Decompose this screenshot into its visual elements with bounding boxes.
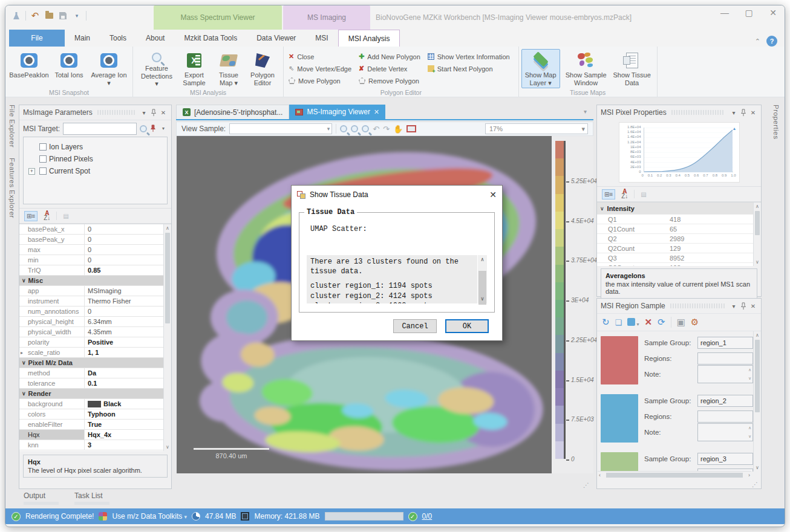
sample-group-input[interactable]: [697, 337, 753, 349]
property-value[interactable]: 0: [85, 246, 171, 253]
show-map-layer-button[interactable]: Show Map Layer ▾: [521, 49, 560, 88]
property-row[interactable]: polarityPositive: [19, 337, 171, 348]
sample-group-input[interactable]: [697, 453, 753, 465]
cancel-button[interactable]: Cancel: [393, 319, 437, 333]
property-row[interactable]: scale_ratio▸1, 1: [19, 348, 171, 358]
toolkits-dropdown[interactable]: Use m/z Data Toolkits ▾: [112, 512, 187, 521]
show-tissue-data-button[interactable]: Show Tissue Data: [612, 49, 652, 88]
average-ion-button[interactable]: Average Ion ▾: [90, 49, 128, 88]
close-icon[interactable]: ✕: [159, 109, 168, 116]
task-list-tab[interactable]: Task List: [74, 491, 109, 507]
remove-polygon-button[interactable]: Remove Polygon: [359, 76, 420, 86]
expand-icon[interactable]: ▸: [21, 350, 23, 355]
property-value[interactable]: 1, 1: [85, 349, 171, 356]
property-value[interactable]: 0.85: [85, 267, 171, 274]
region-color-swatch[interactable]: [601, 452, 638, 472]
pin-icon[interactable]: [740, 109, 746, 117]
property-row[interactable]: methodDa: [19, 368, 171, 378]
total-ions-button[interactable]: Total Ions: [50, 49, 88, 88]
collapse-icon[interactable]: ∨: [22, 277, 26, 284]
tab-tools[interactable]: Tools: [100, 30, 136, 47]
maximize-button[interactable]: ▢: [741, 8, 757, 18]
property-row[interactable]: backgroundBlack: [19, 399, 171, 409]
property-value[interactable]: Thermo Fisher: [85, 297, 171, 305]
output-tab[interactable]: Output: [24, 491, 59, 507]
polygon-editor-button[interactable]: Polygon Editor: [247, 49, 278, 88]
property-value[interactable]: Da: [85, 369, 171, 377]
rotate-right-icon[interactable]: ↷: [383, 125, 390, 134]
sort-az-icon[interactable]: AZ↓: [41, 209, 53, 222]
move-polygon-button[interactable]: Move Polygon: [289, 76, 351, 86]
checkbox[interactable]: [39, 155, 47, 163]
property-value[interactable]: 3: [85, 441, 171, 449]
minimize-button[interactable]: —: [717, 8, 733, 18]
delete-region-icon[interactable]: ✕: [644, 317, 652, 328]
tree-item-pinned-pixels[interactable]: Pinned Pixels: [26, 153, 165, 165]
property-value[interactable]: 6.34mm: [85, 318, 171, 325]
property-category-row[interactable]: ∨Pixel M/z Data: [19, 358, 171, 368]
note-textarea[interactable]: ∧∨: [697, 365, 753, 383]
settings-gear-icon[interactable]: ⚙: [691, 317, 699, 328]
pin-icon[interactable]: [151, 109, 157, 117]
close-button[interactable]: ✕: [765, 8, 781, 18]
tab-msi-analysis[interactable]: MSI Analysis: [338, 30, 400, 47]
scrollbar-horizontal[interactable]: ‹›: [598, 471, 751, 479]
property-category-row[interactable]: ∨Render: [19, 389, 171, 399]
collapse-icon[interactable]: ∨: [600, 206, 604, 212]
open-folder-icon[interactable]: [44, 11, 54, 21]
regions-input[interactable]: [697, 352, 753, 365]
property-row[interactable]: TrIQ0.85: [19, 265, 171, 276]
region-color-swatch[interactable]: [601, 394, 638, 443]
document-tab-ms-imaging-viewer[interactable]: MS-Imaging Viewer ✕: [289, 105, 385, 119]
refresh-icon[interactable]: ↻: [602, 317, 610, 328]
tab-mzkit-data-tools[interactable]: Mzkit Data Tools: [174, 30, 247, 47]
ok-button[interactable]: OK: [445, 319, 489, 333]
property-value[interactable]: 0: [85, 308, 171, 315]
sync-icon[interactable]: ⟳: [658, 317, 665, 328]
intensity-row[interactable]: Q3Count193: [597, 263, 761, 266]
scrollbar-vertical[interactable]: ∧ ∨: [163, 224, 171, 451]
regions-input[interactable]: [697, 410, 753, 423]
property-row[interactable]: knn3: [19, 440, 171, 450]
pin-red-icon[interactable]: [150, 125, 156, 132]
intensity-row[interactable]: Q1Count65: [597, 224, 761, 234]
basepeakion-button[interactable]: BasePeakIon: [10, 49, 48, 88]
zoom-reset-icon[interactable]: [362, 125, 369, 132]
chevron-down-icon[interactable]: ▾: [730, 109, 738, 116]
spin-up-icon[interactable]: ∧: [748, 368, 751, 372]
property-value[interactable]: MSImaging: [85, 287, 171, 294]
property-value[interactable]: 0.1: [85, 380, 171, 387]
overflow-icon[interactable]: ▾: [159, 126, 168, 131]
property-value[interactable]: 4.35mm: [85, 328, 171, 336]
property-row[interactable]: basePeak_y0: [19, 235, 171, 245]
zoom-out-icon[interactable]: [351, 125, 358, 132]
rotate-left-icon[interactable]: ↶: [373, 125, 379, 134]
intensity-category-row[interactable]: ∨Intensity: [597, 203, 761, 215]
sidebar-tab-file-explorer[interactable]: File Explorer: [8, 105, 16, 148]
collapse-icon[interactable]: ∨: [22, 360, 26, 366]
property-row[interactable]: colorsTyphoon: [19, 409, 171, 420]
tab-file[interactable]: File: [9, 30, 65, 47]
close-tab-icon[interactable]: ✕: [374, 108, 379, 116]
help-icon[interactable]: ?: [766, 36, 777, 47]
intensity-row[interactable]: Q2Count129: [597, 244, 761, 253]
tab-data-viewer[interactable]: Data Viewer: [247, 30, 305, 47]
scrollbar-vertical[interactable]: ∧ ∨: [753, 331, 761, 472]
property-row[interactable]: physical_width4.35mm: [19, 327, 171, 337]
snapshot-frame-icon[interactable]: [406, 125, 416, 132]
export-sample-button[interactable]: X Export Sample: [178, 49, 211, 88]
categorize-icon[interactable]: ⊞≡: [24, 211, 38, 221]
tab-main[interactable]: Main: [65, 30, 100, 47]
sort-az-icon[interactable]: AZ↓: [619, 187, 630, 201]
show-sample-window-button[interactable]: Show Sample Window: [563, 49, 610, 88]
collapse-icon[interactable]: ∨: [22, 391, 26, 397]
expand-icon[interactable]: +: [28, 168, 35, 175]
feature-detections-button[interactable]: Feature Detections ▾: [138, 49, 175, 88]
search-icon[interactable]: [140, 125, 147, 132]
property-row[interactable]: num_annotations0: [19, 307, 171, 317]
property-value[interactable]: Black: [85, 400, 171, 407]
pin-icon[interactable]: [740, 302, 746, 310]
property-value[interactable]: True: [85, 421, 171, 428]
pan-hand-icon[interactable]: ✋: [393, 125, 403, 134]
property-value[interactable]: Typhoon: [85, 410, 171, 418]
